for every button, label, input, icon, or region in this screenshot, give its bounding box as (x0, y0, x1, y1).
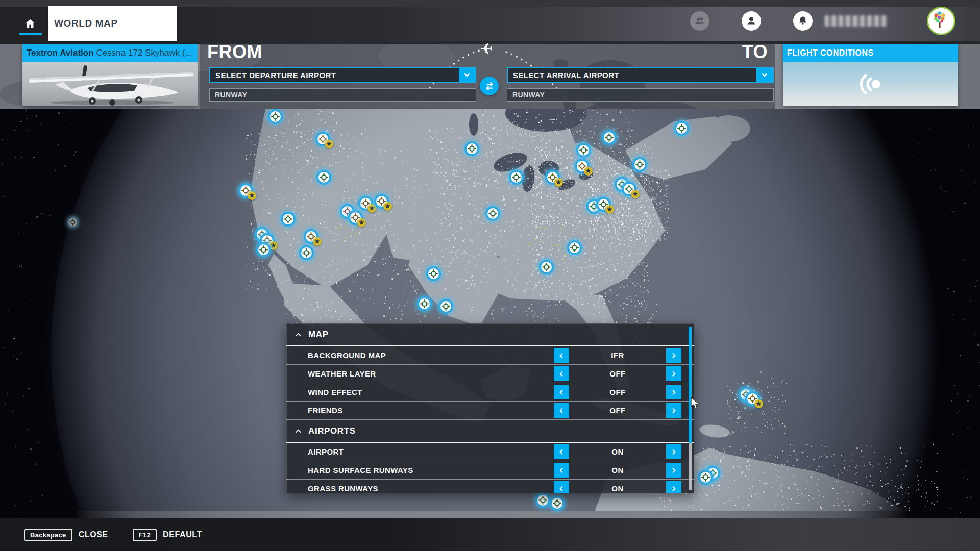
settings-section-header-airports[interactable]: AIRPORTS (286, 420, 694, 443)
airport-marker[interactable] (698, 470, 713, 485)
option-prev-button[interactable] (554, 348, 569, 363)
settings-scrollbar-thumb[interactable] (689, 327, 692, 443)
airport-target-icon (302, 248, 311, 258)
airport-marker[interactable] (550, 496, 565, 511)
settings-option-label: WIND EFFECT (308, 383, 362, 401)
star-badge-icon: ★ (325, 140, 333, 148)
airport-target-icon (467, 144, 477, 154)
airport-marker[interactable]: ★ (745, 391, 760, 406)
option-prev-button[interactable] (554, 444, 569, 459)
star-badge-icon: ★ (605, 205, 614, 214)
aircraft-model: Cessna 172 Skyhawk (... (96, 48, 192, 58)
option-next-button[interactable] (666, 444, 681, 459)
option-prev-button[interactable] (554, 481, 569, 493)
star-badge-icon: ★ (368, 204, 376, 213)
departure-airport-placeholder: SELECT DEPARTURE AIRPORT (215, 71, 336, 80)
airport-marker[interactable]: ★ (596, 197, 611, 212)
airport-marker[interactable]: ★ (238, 183, 253, 198)
airport-marker[interactable] (567, 240, 582, 255)
airport-marker[interactable] (268, 109, 283, 124)
airport-marker[interactable]: ★ (545, 170, 560, 185)
departure-dropdown-chevron-icon[interactable] (459, 68, 475, 82)
airport-marker[interactable]: ★ (374, 194, 389, 209)
close-shortcut[interactable]: Backspace CLOSE (24, 529, 108, 541)
aircraft-panel-header: Textron Aviation Cessna 172 Skyhawk (... (22, 44, 198, 62)
airport-marker[interactable]: ★ (304, 229, 318, 244)
airport-marker[interactable] (426, 266, 441, 281)
airport-target-icon (542, 262, 551, 272)
settings-option-label: BACKGROUND MAP (308, 346, 386, 364)
airport-marker[interactable] (539, 260, 554, 274)
home-button[interactable] (18, 11, 43, 38)
profile-button[interactable] (742, 11, 761, 31)
option-prev-button[interactable] (554, 463, 569, 478)
airport-marker[interactable] (67, 216, 79, 228)
settings-option-row: AIRPORTON (286, 443, 694, 461)
arrival-airport-dropdown[interactable]: SELECT ARRIVAL AIRPORT (507, 67, 774, 83)
airport-marker[interactable]: ★ (358, 196, 373, 211)
notifications-button[interactable] (793, 11, 813, 31)
option-next-button[interactable] (666, 481, 681, 493)
avatar[interactable] (927, 7, 955, 35)
settings-scrollbar-track[interactable] (689, 327, 692, 490)
arrival-runway-field[interactable]: RUNWAY (507, 88, 774, 102)
option-next-button[interactable] (666, 366, 681, 381)
airport-marker[interactable] (674, 121, 689, 136)
settings-section-title: AIRPORTS (308, 426, 356, 436)
airport-marker[interactable] (299, 245, 314, 260)
option-next-button[interactable] (666, 403, 681, 418)
airport-marker[interactable]: ★ (315, 132, 330, 146)
airport-marker[interactable] (256, 242, 271, 257)
airport-target-icon (511, 172, 521, 182)
option-next-button[interactable] (666, 385, 681, 399)
from-label: FROM (207, 41, 262, 63)
airport-marker[interactable] (535, 493, 550, 508)
airport-marker[interactable] (438, 299, 453, 314)
settings-option-value: OFF (569, 402, 666, 419)
option-next-button[interactable] (666, 348, 681, 363)
arrival-dropdown-chevron-icon[interactable] (756, 68, 773, 82)
airport-marker[interactable] (316, 170, 331, 185)
default-shortcut[interactable]: F12 DEFAULT (133, 529, 202, 541)
airport-marker[interactable] (417, 296, 432, 311)
airport-marker[interactable] (632, 157, 647, 172)
settings-option-label: WEATHER LAYER (308, 365, 376, 383)
airport-marker[interactable] (464, 141, 479, 156)
airport-marker[interactable] (576, 143, 591, 158)
settings-option-value: ON (569, 480, 666, 493)
airport-marker[interactable] (602, 130, 617, 145)
airport-target-icon (259, 245, 268, 255)
departure-airport-dropdown[interactable]: SELECT DEPARTURE AIRPORT (209, 67, 476, 83)
option-prev-button[interactable] (554, 385, 569, 399)
airport-marker[interactable]: ★ (575, 159, 590, 173)
home-active-underline (19, 33, 42, 35)
departure-runway-field[interactable]: RUNWAY (209, 88, 476, 102)
msfs-world-map-screen: { "topbar": { "tab": "WORLD MAP" }, "air… (0, 0, 980, 551)
aircraft-image (22, 62, 198, 106)
star-badge-icon: ★ (357, 218, 366, 227)
option-next-button[interactable] (666, 463, 681, 478)
aircraft-panel[interactable]: Textron Aviation Cessna 172 Skyhawk (... (22, 44, 198, 106)
route-plane-icon: ✈ (480, 41, 493, 58)
backspace-key-badge[interactable]: Backspace (24, 529, 72, 541)
swap-airports-button[interactable] (480, 77, 499, 95)
close-label: CLOSE (79, 530, 108, 539)
flight-conditions-panel[interactable]: FLIGHT CONDITIONS (783, 44, 958, 106)
airport-marker[interactable] (509, 170, 524, 185)
option-prev-button[interactable] (554, 403, 569, 418)
tab-world-map-label: WORLD MAP (54, 18, 118, 29)
airport-marker[interactable] (281, 212, 296, 227)
settings-option-row: WEATHER LAYEROFF (286, 365, 694, 383)
f12-key-badge[interactable]: F12 (133, 529, 157, 541)
airport-target-icon (319, 172, 329, 182)
airport-marker[interactable]: ★ (348, 210, 363, 225)
friends-button[interactable] (690, 11, 709, 31)
option-prev-button[interactable] (554, 366, 569, 381)
settings-section-header-map[interactable]: MAP (286, 323, 694, 346)
airport-target-icon (570, 243, 579, 253)
tab-world-map[interactable]: WORLD MAP (48, 6, 177, 41)
airport-marker[interactable] (485, 206, 500, 221)
airport-marker[interactable]: ★ (622, 182, 636, 196)
settings-option-value: ON (569, 461, 666, 479)
airport-target-icon (420, 299, 429, 309)
